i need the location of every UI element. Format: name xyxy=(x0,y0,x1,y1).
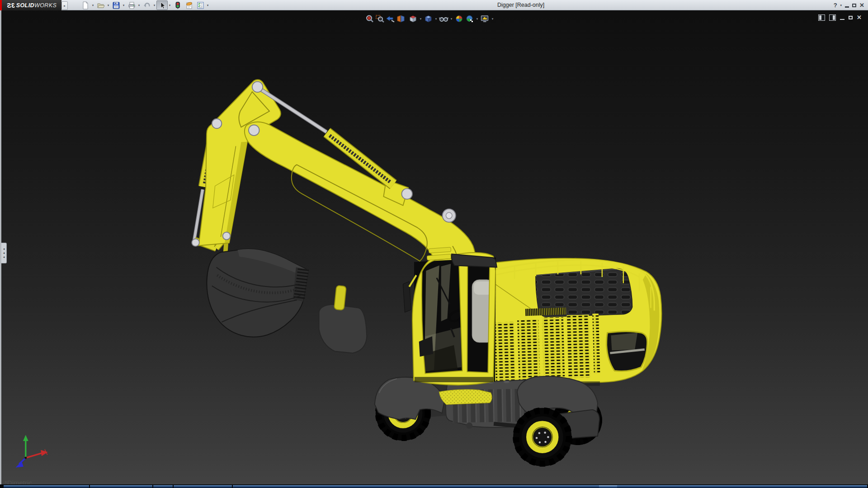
apply-scene-dropdown-arrow[interactable]: ▾ xyxy=(475,17,480,21)
options-dropdown-arrow[interactable]: ▾ xyxy=(206,4,210,7)
rear-undercarriage[interactable] xyxy=(513,376,602,466)
print-dropdown-arrow[interactable]: ▾ xyxy=(137,4,141,7)
view-orientation-label: *Dimetric xyxy=(5,479,32,484)
bucket[interactable] xyxy=(207,249,309,337)
save-icon xyxy=(112,1,120,9)
standard-toolbar: ▾ ▾ ▾ xyxy=(80,0,210,10)
orientation-triad[interactable] xyxy=(15,435,47,467)
zoom-to-area-icon xyxy=(376,15,384,23)
display-style-button[interactable] xyxy=(423,14,434,23)
save-button[interactable] xyxy=(110,0,122,10)
upper-body[interactable] xyxy=(480,258,662,386)
edit-appearance-button[interactable] xyxy=(454,14,464,23)
zoom-to-area-button[interactable] xyxy=(375,14,385,23)
help-button[interactable]: ? xyxy=(834,2,837,9)
view-orientation-dropdown-arrow[interactable]: ▾ xyxy=(418,17,423,21)
hide-show-items-icon xyxy=(439,15,448,23)
undo-icon xyxy=(143,1,151,9)
open-dropdown-arrow[interactable]: ▾ xyxy=(106,4,110,7)
close-document-button[interactable]: ✕ xyxy=(857,15,862,20)
save-dropdown-arrow[interactable]: ▾ xyxy=(122,4,126,7)
view-orientation-button[interactable] xyxy=(408,14,418,23)
previous-view-button[interactable] xyxy=(385,14,396,23)
print-button[interactable] xyxy=(126,0,137,10)
left-pane-icon xyxy=(819,15,821,20)
menu-expand-button[interactable]: ▸ xyxy=(61,1,68,10)
graphics-area[interactable]: ▾ ▾ ▾ xyxy=(0,10,868,484)
deck-vent-strip xyxy=(525,307,566,316)
undo-dropdown-arrow[interactable]: ▾ xyxy=(152,4,156,7)
open-document-icon xyxy=(97,1,105,9)
taskbar-button-edge[interactable] xyxy=(153,484,173,488)
apply-scene-button[interactable] xyxy=(464,14,475,23)
rear-wheel[interactable] xyxy=(513,408,571,466)
help-dropdown-arrow[interactable]: ▾ xyxy=(840,4,842,7)
window-controls: ? ▾ ✕ xyxy=(834,0,864,10)
edit-appearance-icon xyxy=(455,15,463,23)
document-window-controls: ✕ xyxy=(818,14,862,21)
menu-expand-arrow-icon: ▸ xyxy=(64,4,66,8)
solidworks-window: 3S SOLIDWORKS ▸ ▾ ▾ xyxy=(0,0,868,488)
brand-name-strong: SOLID xyxy=(16,2,34,9)
undo-button[interactable] xyxy=(141,0,152,10)
new-document-icon xyxy=(81,1,90,9)
right-pane-icon xyxy=(833,15,835,20)
toggle-right-pane-button[interactable] xyxy=(829,14,836,21)
minimize-document-button[interactable] xyxy=(840,19,844,20)
open-document-button[interactable] xyxy=(95,0,106,10)
triad-x-axis xyxy=(26,453,42,458)
view-settings-button[interactable] xyxy=(480,14,490,23)
excavator-model[interactable] xyxy=(192,80,661,466)
select-cursor-icon xyxy=(158,1,166,9)
minimize-app-button[interactable] xyxy=(845,6,849,8)
view-settings-dropdown-arrow[interactable]: ▾ xyxy=(490,17,495,21)
close-app-button[interactable]: ✕ xyxy=(859,2,864,9)
options-checklist-icon xyxy=(196,1,204,9)
stick-arm[interactable] xyxy=(198,80,280,245)
restore-document-button[interactable] xyxy=(849,16,853,19)
previous-view-icon xyxy=(386,15,395,23)
toggle-left-pane-button[interactable] xyxy=(818,14,825,21)
expand-feature-panel-button[interactable]: ◂ ◂ ◂ xyxy=(1,243,7,263)
rear-window xyxy=(607,331,647,371)
panel-collapse-arrow-icon: ◂ xyxy=(3,247,5,251)
taskbar-button-edge[interactable] xyxy=(90,484,152,488)
cab[interactable] xyxy=(403,247,497,404)
new-dropdown-arrow[interactable]: ▾ xyxy=(91,4,95,7)
display-style-icon xyxy=(424,15,433,23)
taskbar-edge[interactable] xyxy=(0,484,868,488)
select-dropdown-arrow[interactable]: ▾ xyxy=(168,4,172,7)
section-view-button[interactable] xyxy=(396,14,406,23)
file-properties-icon xyxy=(185,1,193,9)
rebuild-button[interactable] xyxy=(172,0,183,10)
taskbar-highlight xyxy=(599,484,617,488)
new-document-button[interactable] xyxy=(80,0,91,10)
file-properties-button[interactable] xyxy=(183,0,194,10)
panel-collapse-arrow-icon: ◂ xyxy=(3,251,5,255)
rebuild-traffic-light-icon xyxy=(174,1,182,9)
display-style-dropdown-arrow[interactable]: ▾ xyxy=(434,17,439,21)
apply-scene-icon xyxy=(465,15,474,23)
window-title: Digger [Read-only] xyxy=(497,0,544,10)
section-view-icon xyxy=(396,15,405,23)
panel-collapse-arrow-icon: ◂ xyxy=(3,255,5,259)
options-button[interactable] xyxy=(194,0,206,10)
title-bar[interactable]: 3S SOLIDWORKS ▸ ▾ ▾ xyxy=(0,0,868,10)
taskbar-button-edge[interactable] xyxy=(233,484,867,488)
heads-up-view-toolbar: ▾ ▾ ▾ xyxy=(364,14,495,23)
taskbar-button-edge[interactable] xyxy=(4,484,89,488)
brand-name-light: WORKS xyxy=(34,2,57,9)
view-orientation-icon xyxy=(409,15,417,23)
zoom-to-fit-icon xyxy=(365,15,374,23)
view-settings-icon xyxy=(481,15,489,23)
zoom-to-fit-button[interactable] xyxy=(364,14,375,23)
select-button[interactable] xyxy=(156,0,168,10)
far-side-front-fender[interactable] xyxy=(319,286,367,353)
restore-app-button[interactable] xyxy=(852,4,856,7)
print-icon xyxy=(127,1,136,9)
taskbar-button-edge[interactable] xyxy=(174,484,232,488)
hide-show-items-dropdown-arrow[interactable]: ▾ xyxy=(449,17,454,21)
hide-show-items-button[interactable] xyxy=(439,14,449,23)
side-grilles xyxy=(494,314,600,382)
model-canvas[interactable] xyxy=(0,10,868,484)
